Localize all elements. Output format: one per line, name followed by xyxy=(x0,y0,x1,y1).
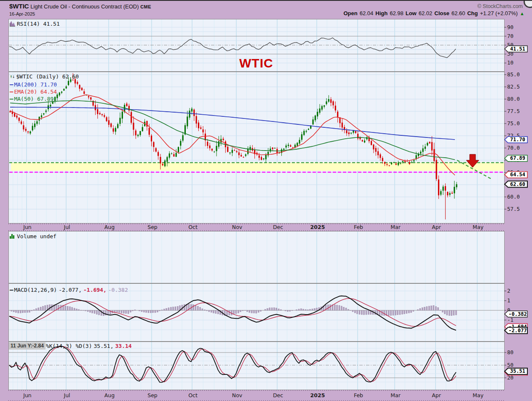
candle xyxy=(391,163,392,164)
candle xyxy=(187,116,188,126)
macd-value-tag-text: -0.382 xyxy=(508,311,527,317)
macd-histogram-bar xyxy=(366,310,367,315)
month-label: Feb xyxy=(354,392,363,398)
macd-histogram-bar xyxy=(89,310,91,312)
macd-histogram-bar xyxy=(278,309,279,310)
candle xyxy=(61,92,62,93)
candle xyxy=(241,155,242,156)
candle xyxy=(193,110,195,116)
rsi-icon xyxy=(10,21,15,27)
candle xyxy=(431,142,433,151)
price-axis-label: 70.0 xyxy=(507,145,520,151)
rsi-legend: RSI(14) 41.51 xyxy=(10,21,60,27)
candle xyxy=(56,94,58,98)
macd-histogram-bar xyxy=(166,308,167,310)
candle xyxy=(14,113,15,117)
candle xyxy=(375,148,377,152)
ohlc-row: Open62.04 High62.98 Low62.02 Close62.60 … xyxy=(343,10,524,16)
macd-histogram-bar xyxy=(337,305,338,310)
candle xyxy=(330,100,331,103)
macd-histogram-bar xyxy=(352,310,353,312)
macd-histogram-bar xyxy=(408,310,409,313)
candle xyxy=(425,147,426,149)
macd-histogram-bar xyxy=(404,310,405,314)
candle xyxy=(438,180,439,196)
ma200-legend: — MA(200) 71.70 xyxy=(10,81,57,88)
candle xyxy=(77,82,78,84)
ma200-label: MA(200) 71.70 xyxy=(14,81,57,88)
candle xyxy=(286,145,287,148)
candle xyxy=(162,164,163,165)
stockcharts-page: { "header": { "symbol": "$WTIC", "title"… xyxy=(0,0,532,401)
macd-histogram-bar xyxy=(139,310,140,311)
macd-histogram-bar xyxy=(152,310,154,313)
candle xyxy=(409,162,410,164)
candle xyxy=(63,89,64,91)
candle xyxy=(373,145,374,149)
macd-name: MACD(12,26,9) xyxy=(14,287,57,293)
candle xyxy=(23,125,24,129)
macd-histogram-bar xyxy=(229,310,230,315)
candle xyxy=(288,145,289,146)
macd-histogram-bar xyxy=(177,307,178,310)
macd-histogram-bar xyxy=(307,309,308,310)
macd-histogram-bar xyxy=(38,308,39,310)
macd-histogram-bar xyxy=(202,309,203,310)
ma50-line-icon: — xyxy=(10,95,12,102)
candle xyxy=(377,151,379,155)
macd-value-3: -0.382 xyxy=(108,287,128,293)
candle xyxy=(427,143,428,145)
macd-legend: — MACD(12,26,9) -2.077, -1.694, -0.382 xyxy=(10,286,128,293)
candle xyxy=(422,148,424,152)
chart-date: 16-Apr-2025 xyxy=(9,11,35,16)
volume-bars-icon xyxy=(10,234,14,239)
candle xyxy=(173,154,174,157)
candle xyxy=(332,101,334,105)
candle xyxy=(319,108,320,113)
price-value-tag-text: 71.70 xyxy=(510,137,525,143)
macd-histogram-bar xyxy=(312,309,313,310)
macd-histogram-bar xyxy=(413,310,414,311)
month-label: May xyxy=(473,392,484,398)
candle xyxy=(396,164,397,165)
candle xyxy=(348,132,350,134)
macd-histogram-bar xyxy=(285,310,286,311)
stoch-d-value: 33.14 xyxy=(115,343,131,349)
candle xyxy=(75,79,76,83)
open-value: 62.04 xyxy=(360,10,374,16)
macd-histogram-bar xyxy=(238,310,239,313)
stoch-axis-label: 80 xyxy=(507,349,513,355)
macd-histogram-bar xyxy=(343,307,345,310)
candle xyxy=(272,148,273,149)
candle xyxy=(164,161,166,167)
candle xyxy=(350,133,352,134)
macd-histogram-bar xyxy=(193,304,194,310)
candle xyxy=(283,149,284,150)
candle xyxy=(16,116,17,118)
macd-histogram-bar xyxy=(157,310,158,312)
macd-histogram-bar xyxy=(35,309,37,310)
candle xyxy=(335,106,336,110)
candle xyxy=(328,99,329,102)
candle xyxy=(104,115,105,117)
volume-legend-text: Volume undef xyxy=(17,233,56,240)
macd-histogram-bar xyxy=(40,307,41,310)
low-label: Low xyxy=(406,10,417,16)
candle xyxy=(452,193,453,194)
month-label: Aug xyxy=(104,392,115,398)
macd-histogram-bar xyxy=(253,310,254,313)
price-value-tag-text: 64.54 xyxy=(510,172,525,178)
price-axis-label: 60.0 xyxy=(507,194,520,200)
macd-histogram-bar xyxy=(305,309,306,310)
price-axis-label: 57.5 xyxy=(507,206,520,212)
month-label: Jun xyxy=(23,224,32,230)
macd-histogram-bar xyxy=(296,309,297,310)
candle xyxy=(133,123,134,130)
macd-histogram-bar xyxy=(310,309,311,310)
macd-histogram-bar xyxy=(406,310,407,313)
macd-histogram-bar xyxy=(116,310,118,312)
candle xyxy=(380,154,381,158)
month-label: 2025 xyxy=(310,224,325,230)
candle xyxy=(238,152,240,155)
candle xyxy=(404,161,406,162)
